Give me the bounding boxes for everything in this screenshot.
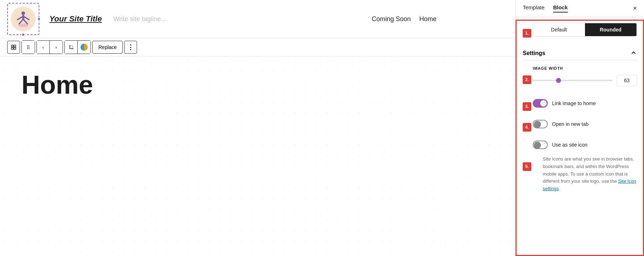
right-panel: Template Block × 1. Default Rounded Sett… bbox=[515, 0, 644, 256]
svg-rect-11 bbox=[14, 48, 16, 49]
image-width-label: IMAGE WIDTH bbox=[533, 66, 637, 70]
svg-rect-10 bbox=[11, 48, 13, 49]
link-image-toggle[interactable] bbox=[533, 99, 548, 108]
nav-items: Coming Soon Home bbox=[372, 15, 436, 23]
step-3-content: Link image to home bbox=[533, 99, 637, 114]
svg-point-13 bbox=[27, 47, 28, 48]
toolbar-group-crop[interactable] bbox=[64, 40, 91, 54]
step-5-badge: 5. bbox=[523, 162, 531, 171]
nav-next-btn[interactable]: › bbox=[50, 41, 63, 54]
step-2-badge: 2. bbox=[523, 75, 531, 84]
step-4-row: 4. Open in new tab bbox=[523, 120, 637, 135]
link-image-label: Link image to home bbox=[552, 100, 596, 106]
drag-icon-btn[interactable] bbox=[22, 41, 35, 54]
color-btn[interactable] bbox=[78, 41, 91, 54]
open-tab-label: Open in new tab bbox=[552, 121, 589, 127]
slider-track bbox=[533, 80, 613, 81]
yoga-logo-svg bbox=[13, 8, 34, 30]
panel-header: Template Block × bbox=[516, 0, 644, 17]
svg-rect-8 bbox=[11, 45, 13, 47]
nav-item-home[interactable]: Home bbox=[419, 15, 436, 23]
settings-header: Settings bbox=[523, 49, 637, 60]
chevron-up-icon bbox=[630, 49, 637, 56]
replace-button[interactable]: Replace bbox=[92, 41, 123, 54]
site-icon-toggle[interactable] bbox=[533, 141, 548, 149]
toggle-knob-link-image bbox=[540, 100, 547, 107]
step-4-content: Open in new tab bbox=[533, 120, 637, 135]
toolbar-group-nav[interactable]: ‹ › bbox=[36, 40, 63, 54]
style-buttons-row: Default Rounded bbox=[533, 23, 637, 36]
site-tagline[interactable]: Write site tagline... bbox=[113, 15, 166, 23]
site-title[interactable]: Your Site Title bbox=[49, 14, 102, 24]
site-logo-image bbox=[11, 6, 36, 31]
settings-title: Settings bbox=[523, 50, 545, 56]
svg-rect-9 bbox=[14, 45, 16, 47]
crop-btn[interactable] bbox=[65, 41, 78, 54]
logo-resize-dot-right[interactable] bbox=[37, 17, 41, 21]
style-default-button[interactable]: Default bbox=[533, 23, 585, 36]
tab-template[interactable]: Template bbox=[523, 4, 545, 13]
svg-point-14 bbox=[27, 48, 28, 49]
tab-block[interactable]: Block bbox=[553, 4, 568, 13]
block-toolbar: ‹ › Replace ⋮ bbox=[0, 38, 515, 56]
svg-point-15 bbox=[29, 45, 29, 46]
nav-prev-btn[interactable]: ‹ bbox=[37, 41, 50, 54]
nav-item-coming-soon[interactable]: Coming Soon bbox=[372, 15, 411, 23]
more-options-button[interactable]: ⋮ bbox=[124, 41, 137, 54]
block-type-icon bbox=[10, 44, 17, 50]
svg-point-12 bbox=[27, 45, 28, 46]
site-icon-toggle-row: Use as site icon bbox=[533, 141, 637, 149]
site-icon-label: Use as site icon bbox=[552, 142, 587, 148]
step-3-row: 3. Link image to home bbox=[523, 99, 637, 114]
image-width-input[interactable]: 63 bbox=[617, 75, 637, 86]
step-1-badge: 1. bbox=[523, 29, 531, 38]
toolbar-group-drag[interactable] bbox=[21, 40, 35, 54]
open-tab-toggle[interactable] bbox=[533, 120, 548, 128]
top-toolbar: Your Site Title Write site tagline... Co… bbox=[0, 0, 515, 38]
settings-collapse-button[interactable] bbox=[630, 49, 637, 57]
step-5-row: 5. Use as site icon Site Icons are what … bbox=[523, 141, 637, 193]
link-image-toggle-row: Link image to home bbox=[533, 99, 637, 108]
page-content: Home bbox=[0, 56, 515, 113]
style-rounded-button[interactable]: Rounded bbox=[585, 23, 637, 36]
slider-thumb[interactable] bbox=[556, 78, 561, 83]
more-icon: ⋮ bbox=[127, 43, 134, 51]
toggle-knob-site-icon bbox=[534, 142, 541, 149]
drag-icon bbox=[25, 44, 31, 50]
step-4-badge: 4. bbox=[523, 123, 531, 132]
site-icon-description: Site Icons are what you see in browser t… bbox=[543, 156, 637, 193]
image-width-slider[interactable] bbox=[533, 77, 613, 84]
step-2-row: 2. IMAGE WIDTH 63 bbox=[523, 66, 637, 93]
block-type-button[interactable] bbox=[7, 41, 20, 54]
slider-row: 63 bbox=[533, 75, 637, 86]
step-3-badge: 3. bbox=[523, 102, 531, 111]
panel-tabs: Template Block bbox=[523, 4, 568, 13]
toggle-knob-open-tab bbox=[534, 121, 541, 128]
svg-rect-2 bbox=[22, 15, 24, 20]
site-logo-container[interactable] bbox=[7, 3, 39, 35]
open-tab-toggle-row: Open in new tab bbox=[533, 120, 637, 128]
site-icon-desc-end: . bbox=[559, 186, 560, 191]
panel-body: 1. Default Rounded Settings 2. IMAGE WID… bbox=[516, 17, 644, 256]
svg-point-1 bbox=[21, 11, 25, 15]
step-2-content: IMAGE WIDTH 63 bbox=[533, 66, 637, 93]
svg-point-16 bbox=[29, 47, 29, 48]
tab-template-label: Template bbox=[523, 4, 545, 10]
svg-point-7 bbox=[18, 24, 28, 27]
color-circle bbox=[80, 44, 88, 51]
tab-block-label: Block bbox=[553, 4, 568, 10]
step-5-content: Use as site icon Site Icons are what you… bbox=[533, 141, 637, 193]
crop-icon bbox=[68, 44, 74, 50]
step-1-content: Default Rounded bbox=[533, 23, 637, 44]
svg-point-17 bbox=[29, 48, 29, 49]
step-1-row: 1. Default Rounded bbox=[523, 23, 637, 44]
page-heading: Home bbox=[21, 71, 494, 99]
logo-resize-dot-bottom[interactable] bbox=[21, 33, 25, 36]
slider-fill bbox=[533, 80, 557, 81]
close-button[interactable]: × bbox=[633, 5, 637, 12]
